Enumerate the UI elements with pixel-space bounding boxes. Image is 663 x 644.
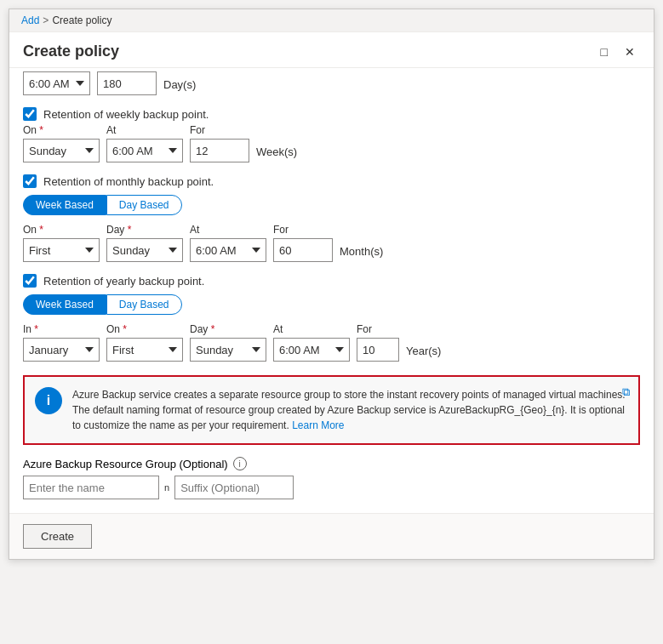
weekly-for-group: For <box>190 124 249 162</box>
monthly-at-group: At 6:00 AM <box>190 224 266 262</box>
monthly-toggle-group: Week Based Day Based <box>23 195 640 215</box>
resource-suffix-input[interactable] <box>174 476 294 499</box>
yearly-time-row: In * January On * First Second Third Fou… <box>23 323 640 362</box>
monthly-checkbox-label: Retention of monthly backup point. <box>43 175 214 188</box>
yearly-on-select[interactable]: First Second Third Fourth Last <box>106 338 183 362</box>
panel-content: 6:00 AM Day(s) Retention of weekly backu… <box>9 68 654 513</box>
yearly-week-based-button[interactable]: Week Based <box>23 294 106 315</box>
yearly-for-input[interactable] <box>357 338 399 362</box>
yearly-checkbox[interactable] <box>23 274 37 288</box>
top-days-input[interactable] <box>97 71 157 95</box>
info-text: Azure Backup service creates a separate … <box>72 387 628 433</box>
monthly-at-label: At <box>190 224 266 236</box>
weekly-time-row: On * Sunday At 6:00 AM For Week(s) <box>23 124 640 162</box>
monthly-on-select[interactable]: First Second Third Fourth Last <box>23 238 100 262</box>
yearly-toggle-group: Week Based Day Based <box>23 294 640 315</box>
yearly-at-label: At <box>273 323 350 335</box>
header-icons: □ ✕ <box>596 43 640 60</box>
monthly-for-group: For <box>273 224 333 262</box>
create-button[interactable]: Create <box>23 524 92 549</box>
weekly-at-label: At <box>106 124 183 136</box>
monthly-on-group: On * First Second Third Fourth Last <box>23 224 100 262</box>
yearly-on-label: On * <box>106 323 183 335</box>
top-partial-row: 6:00 AM Day(s) <box>23 71 640 95</box>
weekly-for-label: For <box>190 124 249 136</box>
weekly-at-group: At 6:00 AM <box>106 124 183 162</box>
resource-name-input[interactable] <box>23 476 159 499</box>
monthly-for-label: For <box>273 224 333 236</box>
resource-input-row: n <box>23 476 640 499</box>
weekly-checkbox-label: Retention of weekly backup point. <box>43 108 209 121</box>
monthly-at-select[interactable]: 6:00 AM <box>190 238 266 262</box>
yearly-at-group: At 6:00 AM <box>273 323 350 362</box>
close-button[interactable]: ✕ <box>620 43 640 60</box>
monthly-day-select[interactable]: Sunday <box>106 238 183 262</box>
yearly-day-label: Day * <box>190 323 266 335</box>
yearly-on-group: On * First Second Third Fourth Last <box>106 323 183 362</box>
yearly-checkbox-row: Retention of yearly backup point. <box>23 274 640 288</box>
breadcrumb-current: Create policy <box>52 14 111 26</box>
weekly-checkbox[interactable] <box>23 107 37 121</box>
yearly-in-label: In * <box>23 323 100 335</box>
create-policy-window: Add > Create policy Create policy □ ✕ 6:… <box>9 9 654 560</box>
yearly-for-group: For <box>357 323 399 362</box>
monthly-week-based-button[interactable]: Week Based <box>23 195 106 215</box>
monthly-time-row: On * First Second Third Fourth Last Day … <box>23 224 640 262</box>
breadcrumb-add-link[interactable]: Add <box>21 14 39 26</box>
top-time-select[interactable]: 6:00 AM <box>23 71 90 95</box>
weekly-on-select[interactable]: Sunday <box>23 139 100 162</box>
yearly-day-group: Day * Sunday <box>190 323 266 362</box>
resource-group-section: Azure Backup Resource Group (Optional) i… <box>23 457 640 499</box>
yearly-unit-label: Year(s) <box>406 345 441 362</box>
resource-group-label: Azure Backup Resource Group (Optional) <box>23 458 228 470</box>
weekly-for-input[interactable] <box>190 139 249 162</box>
monthly-checkbox[interactable] <box>23 174 37 188</box>
monthly-on-label: On * <box>23 224 100 236</box>
yearly-day-select[interactable]: Sunday <box>190 338 266 362</box>
monthly-day-based-button[interactable]: Day Based <box>106 195 182 215</box>
yearly-in-select[interactable]: January <box>23 338 100 362</box>
yearly-checkbox-label: Retention of yearly backup point. <box>43 275 204 288</box>
top-days-group <box>97 71 157 95</box>
info-box: i Azure Backup service creates a separat… <box>23 375 640 445</box>
info-icon: i <box>35 387 62 414</box>
external-link-icon[interactable]: ⧉ <box>622 385 630 399</box>
learn-more-link[interactable]: Learn More <box>292 419 344 431</box>
monthly-checkbox-row: Retention of monthly backup point. <box>23 174 640 188</box>
minimize-button[interactable]: □ <box>596 43 613 60</box>
weekly-unit-label: Week(s) <box>256 145 297 162</box>
yearly-day-based-button[interactable]: Day Based <box>106 294 182 315</box>
yearly-at-select[interactable]: 6:00 AM <box>273 338 350 362</box>
yearly-for-label: For <box>357 323 399 335</box>
monthly-day-group: Day * Sunday <box>106 224 183 262</box>
weekly-on-label: On * <box>23 124 100 136</box>
monthly-day-label: Day * <box>106 224 183 236</box>
yearly-in-group: In * January <box>23 323 100 362</box>
resource-group-info-icon[interactable]: i <box>233 457 247 470</box>
weekly-at-select[interactable]: 6:00 AM <box>106 139 183 162</box>
top-unit-label: Day(s) <box>163 78 196 95</box>
panel-header: Create policy □ ✕ <box>9 32 654 68</box>
footer: Create <box>9 513 654 559</box>
weekly-checkbox-row: Retention of weekly backup point. <box>23 107 640 121</box>
resource-group-label-row: Azure Backup Resource Group (Optional) i <box>23 457 640 470</box>
top-time-group: 6:00 AM <box>23 71 90 95</box>
breadcrumb-separator: > <box>43 14 49 26</box>
page-title: Create policy <box>23 43 119 60</box>
monthly-unit-label: Month(s) <box>340 245 383 262</box>
resource-n-separator: n <box>164 482 169 493</box>
monthly-for-input[interactable] <box>273 238 333 262</box>
weekly-on-group: On * Sunday <box>23 124 100 162</box>
breadcrumb: Add > Create policy <box>9 9 654 32</box>
